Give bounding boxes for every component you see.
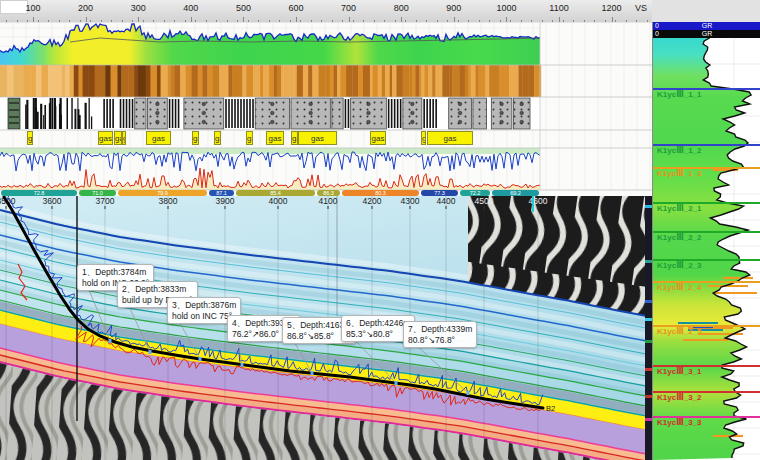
- formation-label: K1ycⅢ_2_2: [657, 233, 701, 242]
- survey-annotation-callout: 7、Depth:4339m80.8°↘76.8°: [403, 321, 477, 348]
- gas-show-label: gas: [214, 131, 221, 145]
- vs-ruler-label: 600: [288, 3, 303, 13]
- seismic-section-panel[interactable]: 3500360037003800390040004100420043004400…: [0, 196, 652, 460]
- md-ruler-label: 4200: [363, 196, 382, 206]
- gas-show-label: gas: [246, 131, 253, 145]
- gas-show-label: gas: [298, 131, 337, 145]
- gr-curve-name: GR: [653, 30, 760, 38]
- ruler-right-cap: [652, 0, 760, 23]
- formation-label: K1ycⅢ_3_3: [657, 418, 701, 427]
- gas-show-label: gas: [146, 131, 171, 145]
- md-ruler-label: 3900: [216, 196, 235, 206]
- formation-label: K1ycⅢ_1_1: [657, 90, 701, 99]
- formation-label: K1ycⅢ_2_4: [657, 283, 701, 292]
- edge-strip-marker: [645, 205, 652, 208]
- formation-label: K1ycⅢ_3_2: [657, 393, 701, 402]
- gr-correlation-panel[interactable]: 0 GR 0 GR K1ycⅢ_1_1K1ycⅢ_1_2K1ycⅢ_1_3K1y…: [652, 22, 760, 460]
- annotation-detail-text: 80.8°↘76.8°: [408, 335, 472, 346]
- annotation-depth-text: 1、Depth:3784m: [82, 267, 149, 278]
- edge-strip-marker: [645, 260, 652, 263]
- vs-ruler-label: 1100: [549, 3, 568, 13]
- gas-show-label: gas: [370, 131, 386, 145]
- md-ruler-label: 4400: [437, 196, 456, 206]
- vs-ruler-label: 200: [78, 3, 93, 13]
- vs-ruler-label: 700: [341, 3, 356, 13]
- gas-show-label: gas: [98, 131, 113, 145]
- gas-show-label: gas: [266, 131, 284, 145]
- formation-label: K1ycⅢ_1_3: [657, 169, 701, 178]
- edge-strip-marker: [645, 418, 652, 421]
- md-ruler-label: 4100: [319, 196, 338, 206]
- vs-ruler-label: 800: [394, 3, 409, 13]
- md-ruler-label: 3800: [159, 196, 178, 206]
- annotation-depth-text: 6、Depth:4246m: [346, 318, 410, 329]
- vs-axis-unit: VS: [635, 3, 647, 13]
- gr-curve-name: GR: [653, 22, 760, 30]
- gr-header-black: 0 GR: [653, 30, 760, 38]
- well-geosteering-app: 100200300400500600700800900100011001200V…: [0, 0, 760, 460]
- vs-ruler-label: 500: [236, 3, 251, 13]
- gas-show-label: gas: [27, 131, 33, 145]
- annotation-depth-text: 3、Depth:3876m: [172, 300, 236, 311]
- md-ruler-label: 4500: [475, 196, 494, 206]
- md-ruler-label: 4000: [269, 196, 288, 206]
- formation-label: K1ycⅢ_2_5: [657, 327, 701, 336]
- formation-label: K1ycⅢ_1_2: [657, 146, 701, 155]
- formation-label: K1ycⅢ_2_1: [657, 204, 701, 213]
- annotation-detail-text: 85.3°↘80.8°: [346, 329, 410, 340]
- gas-show-label: gas: [291, 131, 298, 145]
- log-tracks-panel[interactable]: gasgasgasgasgasgasgasgasgasgasgasgasgasg…: [0, 22, 652, 196]
- edge-strip-marker: [645, 395, 652, 398]
- vs-ruler-label: 300: [131, 3, 146, 13]
- vs-ruler: 100200300400500600700800900100011001200V…: [0, 0, 652, 23]
- gas-show-label: gas: [421, 131, 426, 145]
- section-edge-strip: [645, 196, 652, 460]
- formation-label: K1ycⅢ_2_3: [657, 261, 701, 270]
- gas-show-label: gas: [192, 131, 199, 145]
- gas-show-label: gas: [427, 131, 473, 145]
- md-ruler-label: 4600: [529, 196, 548, 206]
- md-ruler-label: 3700: [96, 196, 115, 206]
- edge-strip-marker: [645, 318, 652, 321]
- annotation-depth-text: 2、Depth:3833m: [122, 284, 193, 295]
- gas-show-label: gas: [122, 131, 126, 145]
- vs-ruler-label: 400: [183, 3, 198, 13]
- vs-ruler-label: 900: [446, 3, 461, 13]
- log-tracks-canvas: [0, 22, 652, 196]
- gr-header-blue: 0 GR: [653, 22, 760, 30]
- vs-ruler-label: 100: [25, 3, 40, 13]
- vs-ruler-label: 1200: [602, 3, 622, 13]
- edge-strip-marker: [645, 300, 652, 303]
- target-point-label: B2: [546, 404, 555, 413]
- md-ruler-label: 3600: [43, 196, 62, 206]
- formation-label: K1ycⅢ_3_1: [657, 367, 701, 376]
- edge-strip-marker: [645, 368, 652, 371]
- md-ruler-label: 4300: [401, 196, 420, 206]
- annotation-depth-text: 7、Depth:4339m: [408, 324, 472, 335]
- edge-strip-marker: [645, 340, 652, 343]
- ruler-corner-box: [0, 0, 28, 14]
- vs-ruler-label: 1000: [496, 3, 516, 13]
- gas-show-label: gas: [114, 131, 122, 145]
